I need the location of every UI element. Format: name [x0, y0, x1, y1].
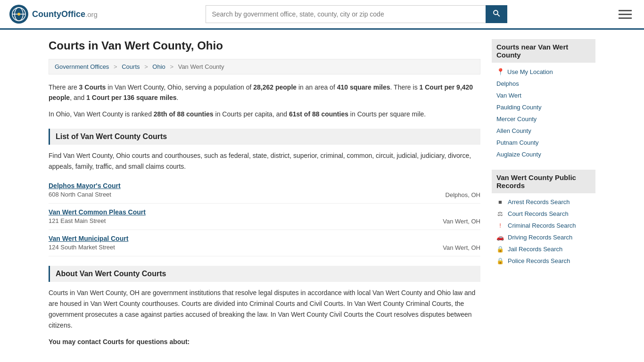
- sidebar-public-records-links: ■Arrest Records Search⚖Court Records Sea…: [492, 196, 595, 267]
- header: CountyOffice.org: [0, 0, 644, 30]
- sidebar-public-records-section: Van Wert County Public Records ■Arrest R…: [492, 170, 595, 267]
- hamburger-menu-button[interactable]: [616, 7, 635, 22]
- menu-line: [619, 14, 632, 15]
- criminal-icon: !: [496, 222, 504, 229]
- contact-label: You may contact Courts for questions abo…: [49, 337, 480, 347]
- court-list-item: Delphos Mayor's Court 608 North Canal St…: [49, 177, 480, 204]
- search-area: [206, 5, 507, 23]
- pr-label: Police Records Search: [508, 257, 570, 264]
- sidebar-nearby-section: Courts near Van Wert County 📍 Use My Loc…: [492, 39, 595, 160]
- info-paragraph-1: There are 3 Courts in Van Wert County, O…: [49, 82, 480, 103]
- list-description: Find Van Wert County, Ohio courts and co…: [49, 150, 480, 172]
- svg-point-4: [17, 13, 20, 16]
- breadcrumb-sep: >: [144, 63, 148, 70]
- about-section-header: About Van Wert County Courts: [49, 266, 480, 282]
- breadcrumb-link-gov[interactable]: Government Offices: [55, 63, 109, 70]
- info-paragraph-2: In Ohio, Van Wert County is ranked 28th …: [49, 109, 480, 119]
- svg-line-6: [497, 14, 500, 16]
- breadcrumb-link-courts[interactable]: Courts: [122, 63, 140, 70]
- breadcrumb-link-ohio[interactable]: Ohio: [152, 63, 165, 70]
- court-name: Delphos Mayor's Court: [49, 182, 405, 189]
- courts-list: Delphos Mayor's Court 608 North Canal St…: [49, 177, 480, 256]
- arrest-icon: ■: [496, 198, 504, 206]
- page-container: Courts in Van Wert County, Ohio Governme…: [39, 30, 605, 362]
- pr-label: Jail Records Search: [508, 246, 562, 253]
- sidebar-nearby-link[interactable]: Delphos: [492, 78, 595, 90]
- public-record-link[interactable]: ■Arrest Records Search: [492, 196, 595, 208]
- court-city: Delphos, OH: [405, 182, 480, 198]
- court-list-item: Van Wert Common Pleas Court 121 East Mai…: [49, 204, 480, 230]
- sidebar-nearby-links: DelphosVan WertPaulding CountyMercer Cou…: [492, 78, 595, 160]
- sidebar-public-records-title: Van Wert County Public Records: [492, 170, 595, 193]
- court-name-link[interactable]: Van Wert Common Pleas Court: [49, 208, 146, 216]
- pr-label: Driving Records Search: [508, 234, 572, 241]
- police-icon: 🔒: [496, 257, 504, 264]
- sidebar-nearby-link[interactable]: Auglaize County: [492, 148, 595, 160]
- sidebar-nearby-link[interactable]: Putnam County: [492, 137, 595, 148]
- court-name: Van Wert Common Pleas Court: [49, 208, 405, 216]
- pr-label: Arrest Records Search: [508, 198, 570, 206]
- logo-text: CountyOffice.org: [32, 9, 98, 19]
- public-record-link[interactable]: 🔒Police Records Search: [492, 255, 595, 267]
- court-icon: ⚖: [496, 210, 504, 217]
- list-section-header: List of Van Wert County Courts: [49, 129, 480, 145]
- use-location-label: Use My Location: [507, 68, 553, 75]
- public-record-link[interactable]: ⚖Court Records Search: [492, 208, 595, 220]
- breadcrumb-current: Van Wert County: [178, 63, 224, 70]
- logo-area: CountyOffice.org: [9, 5, 98, 24]
- per-mile: 1 Court per 136 square miles: [86, 94, 176, 101]
- sidebar-nearby-link[interactable]: Van Wert: [492, 90, 595, 101]
- sidebar-nearby-link[interactable]: Paulding County: [492, 101, 595, 113]
- sidebar: Courts near Van Wert County 📍 Use My Loc…: [492, 39, 595, 353]
- court-list-item: Van Wert Municipal Court 124 South Marke…: [49, 230, 480, 256]
- court-address: 124 South Market Street: [49, 244, 405, 251]
- population: 28,262 people: [253, 83, 297, 91]
- courts-count: 3 Courts: [79, 83, 106, 91]
- public-record-link[interactable]: 🔒Jail Records Search: [492, 243, 595, 255]
- court-info: Van Wert Municipal Court 124 South Marke…: [49, 235, 405, 251]
- search-input[interactable]: [206, 5, 486, 23]
- court-city: Van Wert, OH: [405, 208, 480, 225]
- page-title: Courts in Van Wert County, Ohio: [49, 39, 480, 52]
- sidebar-nearby-link[interactable]: Allen County: [492, 125, 595, 137]
- rank-capita: 28th of 88 counties: [154, 110, 214, 118]
- jail-icon: 🔒: [496, 246, 504, 253]
- breadcrumb-sep: >: [114, 63, 117, 70]
- main-content: Courts in Van Wert County, Ohio Governme…: [49, 39, 480, 353]
- menu-line: [619, 17, 632, 19]
- court-name-link[interactable]: Van Wert Municipal Court: [49, 235, 128, 242]
- rank-sqmile: 61st of 88 counties: [289, 110, 348, 118]
- breadcrumb-sep: >: [170, 63, 173, 70]
- pr-label: Court Records Search: [508, 210, 569, 217]
- public-record-link[interactable]: 🚗Driving Records Search: [492, 231, 595, 243]
- court-name-link[interactable]: Delphos Mayor's Court: [49, 182, 121, 189]
- court-address: 608 North Canal Street: [49, 191, 405, 198]
- search-button[interactable]: [486, 5, 507, 23]
- sidebar-nearby-title: Courts near Van Wert County: [492, 39, 595, 63]
- logo-icon: [9, 5, 28, 24]
- search-icon: [492, 9, 501, 17]
- location-pin-icon: 📍: [496, 68, 504, 75]
- breadcrumb: Government Offices > Courts > Ohio > Van…: [49, 59, 480, 74]
- court-info: Delphos Mayor's Court 608 North Canal St…: [49, 182, 405, 198]
- use-my-location-link[interactable]: 📍 Use My Location: [492, 66, 595, 78]
- pr-label: Criminal Records Search: [508, 222, 576, 229]
- menu-line: [619, 10, 632, 11]
- court-city: Van Wert, OH: [405, 235, 480, 251]
- driving-icon: 🚗: [496, 234, 504, 241]
- court-name: Van Wert Municipal Court: [49, 235, 405, 242]
- public-record-link[interactable]: !Criminal Records Search: [492, 220, 595, 231]
- court-address: 121 East Main Street: [49, 217, 405, 224]
- area: 410 square miles: [337, 83, 390, 91]
- svg-point-5: [494, 10, 498, 15]
- about-text: Courts in Van Wert County, OH are govern…: [49, 288, 480, 331]
- sidebar-nearby-link[interactable]: Mercer County: [492, 113, 595, 125]
- court-info: Van Wert Common Pleas Court 121 East Mai…: [49, 208, 405, 224]
